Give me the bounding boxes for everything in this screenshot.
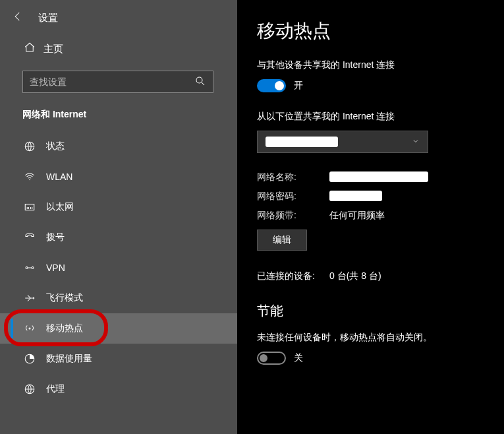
share-toggle[interactable] xyxy=(257,79,286,92)
hotspot-icon xyxy=(24,323,46,334)
share-from-label: 从以下位置共享我的 Internet 连接 xyxy=(257,111,484,123)
globe-icon xyxy=(24,140,46,152)
edit-button-label: 编辑 xyxy=(273,234,291,246)
vpn-icon xyxy=(24,262,46,274)
airplane-icon xyxy=(24,292,46,304)
svg-point-0 xyxy=(196,77,202,83)
sidebar-item-ethernet[interactable]: 以太网 xyxy=(0,192,237,222)
back-button[interactable] xyxy=(12,11,38,26)
sidebar-item-label: 飞行模式 xyxy=(46,292,83,304)
share-from-dropdown[interactable] xyxy=(257,131,428,153)
home-label: 主页 xyxy=(43,43,63,55)
sidebar-item-label: 拨号 xyxy=(46,232,65,243)
edit-button[interactable]: 编辑 xyxy=(257,230,307,251)
sidebar-item-datausage[interactable]: 数据使用量 xyxy=(0,344,237,374)
svg-point-2 xyxy=(29,179,30,181)
sidebar-item-vpn[interactable]: VPN xyxy=(0,253,237,283)
search-icon xyxy=(194,75,206,89)
sidebar-item-dialup[interactable]: 拨号 xyxy=(0,222,237,253)
sidebar-category: 网络和 Internet xyxy=(0,106,237,131)
sidebar-item-proxy[interactable]: 代理 xyxy=(0,374,237,404)
proxy-icon xyxy=(24,383,46,395)
share-label: 与其他设备共享我的 Internet 连接 xyxy=(257,59,484,71)
power-toggle[interactable] xyxy=(257,352,286,365)
network-name-label: 网络名称: xyxy=(257,171,329,184)
sidebar-item-label: 移动热点 xyxy=(46,323,83,334)
sidebar-item-label: WLAN xyxy=(46,171,72,182)
sidebar-item-label: VPN xyxy=(46,263,65,273)
search-box[interactable] xyxy=(22,71,213,93)
settings-title: 设置 xyxy=(38,12,58,24)
power-section-heading: 节能 xyxy=(257,302,484,320)
svg-point-5 xyxy=(32,267,34,269)
home-icon xyxy=(24,42,43,56)
wifi-icon xyxy=(24,171,46,183)
network-password-value xyxy=(329,191,484,203)
datausage-icon xyxy=(24,353,46,365)
chevron-down-icon xyxy=(412,137,420,146)
network-password-label: 网络密码: xyxy=(257,191,329,203)
sidebar-item-label: 数据使用量 xyxy=(46,353,92,365)
connected-devices-label: 已连接的设备: xyxy=(257,270,329,282)
network-band-value: 任何可用频率 xyxy=(329,210,484,222)
sidebar-item-label: 以太网 xyxy=(46,201,74,213)
share-toggle-state: 开 xyxy=(294,80,303,92)
share-from-value-redacted xyxy=(266,137,338,147)
search-input[interactable] xyxy=(30,77,194,87)
connected-devices-value: 0 台(共 8 台) xyxy=(329,270,484,282)
network-name-value xyxy=(329,171,484,184)
svg-point-6 xyxy=(29,328,31,330)
sidebar: 设置 主页 网络和 Internet 状态 WLAN xyxy=(0,0,237,434)
sidebar-item-airplane[interactable]: 飞行模式 xyxy=(0,283,237,313)
ethernet-icon xyxy=(24,201,46,213)
sidebar-item-hotspot[interactable]: 移动热点 xyxy=(0,313,237,344)
sidebar-item-status[interactable]: 状态 xyxy=(0,131,237,162)
power-description: 未连接任何设备时，移动热点将自动关闭。 xyxy=(257,332,484,344)
network-band-label: 网络频带: xyxy=(257,210,329,222)
sidebar-item-label: 代理 xyxy=(46,383,65,395)
svg-rect-3 xyxy=(25,204,34,210)
dialup-icon xyxy=(24,232,46,243)
main-panel: 移动热点 与其他设备共享我的 Internet 连接 开 从以下位置共享我的 I… xyxy=(237,0,504,434)
svg-point-4 xyxy=(26,267,28,269)
power-toggle-state: 关 xyxy=(294,352,303,364)
home-link[interactable]: 主页 xyxy=(0,35,237,67)
sidebar-item-label: 状态 xyxy=(46,140,65,152)
back-arrow-icon xyxy=(12,11,24,22)
sidebar-menu: 状态 WLAN 以太网 拨号 VPN xyxy=(0,131,237,404)
sidebar-item-wlan[interactable]: WLAN xyxy=(0,162,237,192)
page-title: 移动热点 xyxy=(257,18,484,44)
